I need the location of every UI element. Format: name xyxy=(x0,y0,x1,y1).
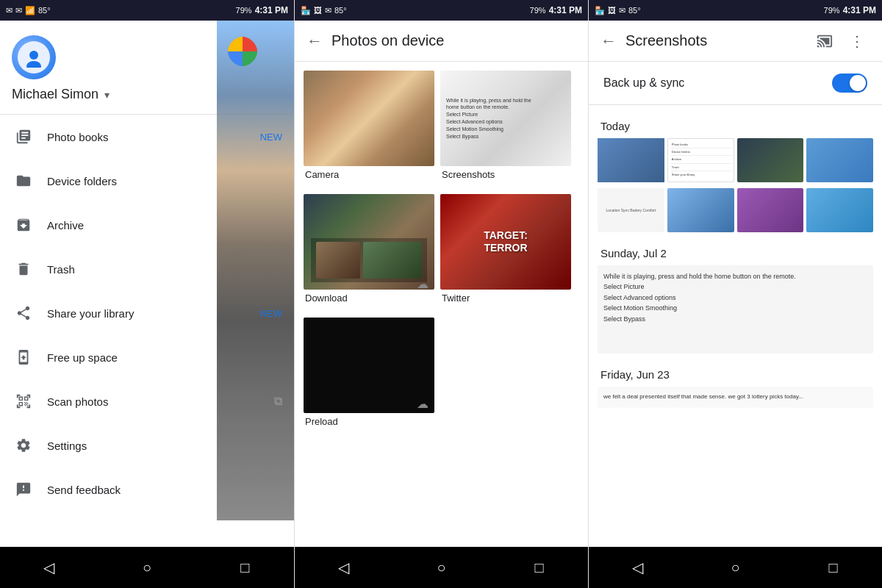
settings-label: Settings xyxy=(47,440,282,452)
today-thumb-1[interactable] xyxy=(598,138,664,182)
folder-screenshots[interactable]: While it is playing, press and hold theh… xyxy=(440,71,571,188)
sync-label: Back up & sync xyxy=(603,76,832,90)
avatar xyxy=(12,35,56,79)
home-nav-2[interactable]: ○ xyxy=(420,551,464,584)
download-label: Download xyxy=(304,290,434,306)
sidebar-item-share-library[interactable]: Share your library NEW xyxy=(0,291,294,335)
status-bar-2: 🏪 🖼 ✉ 85° 79% 4:31 PM xyxy=(295,0,588,21)
feedback-icon xyxy=(12,478,35,501)
sunday-thumb-text: While it is playing, press and hold the … xyxy=(598,265,873,354)
nav-bar: ◁ ○ □ xyxy=(0,547,294,588)
temp-icon: 85° xyxy=(38,6,51,15)
cloud-off-icon: ☁ xyxy=(417,277,429,291)
time-text: 4:31 PM xyxy=(255,5,288,15)
screenshots-scroll[interactable]: Today Photo books Device folders Archive… xyxy=(589,105,882,547)
archive-icon xyxy=(12,213,35,237)
back-button[interactable]: ◁ xyxy=(27,551,71,584)
twitter-headline: TARGET:TERROR xyxy=(484,229,528,254)
photos-grid: Camera While it is playing, press and ho… xyxy=(295,62,588,547)
folder-download[interactable]: ☁ Download xyxy=(304,194,434,312)
toggle-knob xyxy=(850,75,866,91)
sidebar-panel: ✉ ✉ 📶 85° 79% 4:31 PM xyxy=(0,0,294,588)
backup-sync-toggle[interactable] xyxy=(832,74,867,93)
recent-nav-3[interactable]: □ xyxy=(811,551,856,584)
today-thumb-3[interactable] xyxy=(737,138,804,182)
friday-screenshot[interactable]: we felt a deal presented itself that mad… xyxy=(598,387,873,408)
today-thumb-6[interactable] xyxy=(667,188,734,232)
sunday-screenshot[interactable]: While it is playing, press and hold the … xyxy=(598,265,873,354)
folder-camera[interactable]: Camera xyxy=(304,71,434,188)
sidebar-item-archive[interactable]: Archive xyxy=(0,203,294,247)
sidebar-item-send-feedback[interactable]: Send feedback xyxy=(0,467,294,512)
free-up-space-label: Free up space xyxy=(47,351,282,364)
wifi-icon: 📶 xyxy=(25,6,35,15)
status-bar-left: ✉ ✉ 📶 85° xyxy=(6,6,51,15)
back-nav-2[interactable]: ◁ xyxy=(322,551,366,584)
twitter-thumbnail: TARGET:TERROR xyxy=(440,194,571,290)
time-3: 4:31 PM xyxy=(843,5,876,15)
preload-label: Preload xyxy=(304,413,434,430)
share-library-badge: NEW xyxy=(260,308,282,319)
svg-point-0 xyxy=(29,51,38,60)
panel2-title: Photos on device xyxy=(331,32,576,49)
mail2-icon: ✉ xyxy=(15,6,22,15)
time-2: 4:31 PM xyxy=(549,5,582,15)
folder-twitter[interactable]: TARGET:TERROR Twitter xyxy=(440,194,571,312)
home-button[interactable]: ○ xyxy=(125,551,169,584)
dropdown-arrow-icon[interactable]: ▾ xyxy=(104,89,110,101)
mail-icon-3: ✉ xyxy=(619,6,625,15)
friday-thumb-text: we felt a deal presented itself that mad… xyxy=(598,387,873,408)
photo-books-label: Photo books xyxy=(47,131,260,143)
svg-point-1 xyxy=(26,61,41,68)
free-space-icon xyxy=(12,345,35,369)
today-thumb-7[interactable] xyxy=(737,188,804,232)
back-button-3[interactable]: ← xyxy=(600,32,617,51)
camera-thumbnail xyxy=(304,71,434,166)
temp-s2: 85° xyxy=(334,6,347,15)
sidebar-item-device-folders[interactable]: Device folders xyxy=(0,159,294,203)
recent-button[interactable]: □ xyxy=(223,551,267,584)
photos-on-device-panel: 🏪 🖼 ✉ 85° 79% 4:31 PM ← Photos on device… xyxy=(294,0,588,588)
panel3-header: ← Screenshots ⋮ xyxy=(589,21,882,62)
today-thumb-8[interactable] xyxy=(806,188,873,232)
folder-preload[interactable]: ☁ Preload xyxy=(304,318,434,430)
sync-bar: Back up & sync xyxy=(589,62,882,105)
share-icon xyxy=(12,301,35,325)
battery-3: 79% xyxy=(824,6,840,15)
sidebar-item-scan-photos[interactable]: Scan photos ⧉ xyxy=(0,379,294,423)
temp-3: 85° xyxy=(628,6,641,15)
folder-icon xyxy=(12,169,35,193)
back-nav-3[interactable]: ◁ xyxy=(616,551,660,584)
back-button-2[interactable]: ← xyxy=(306,32,323,51)
sunday-date-label: Sunday, Jul 2 xyxy=(598,241,873,265)
screenshots-title: Screenshots xyxy=(625,32,803,49)
status-bar-3: 🏪 🖼 ✉ 85° 79% 4:31 PM xyxy=(589,0,882,21)
today-thumb-5[interactable]: Location Sync Battery Comfort xyxy=(598,188,664,232)
today-thumb-2[interactable]: Photo books Device folders Archive Trash… xyxy=(667,138,734,182)
scan-photos-label: Scan photos xyxy=(47,395,274,408)
more-options-icon[interactable]: ⋮ xyxy=(844,28,870,54)
nav-bar-2: ◁ ○ □ xyxy=(295,547,588,588)
mail-icon-s2: ✉ xyxy=(325,6,331,15)
twitter-label: Twitter xyxy=(440,290,571,306)
photo-icon-3: 🖼 xyxy=(608,6,616,15)
status-bar-left-2: 🏪 🖼 ✉ 85° xyxy=(301,6,347,15)
google-photos-logo xyxy=(228,37,257,69)
cast-icon[interactable] xyxy=(811,28,838,54)
screenshots-panel: 🏪 🖼 ✉ 85° 79% 4:31 PM ← Screenshots ⋮ Ba… xyxy=(588,0,882,588)
sidebar-item-settings[interactable]: Settings xyxy=(0,423,294,467)
today-thumb-4[interactable] xyxy=(806,138,873,182)
friday-date-label: Friday, Jun 23 xyxy=(598,362,873,387)
home-nav-3[interactable]: ○ xyxy=(714,551,758,584)
settings-icon xyxy=(12,434,35,457)
sidebar-item-trash[interactable]: Trash xyxy=(0,247,294,291)
today-date-label: Today xyxy=(598,114,873,138)
sidebar-item-photo-books[interactable]: Photo books NEW xyxy=(0,115,294,159)
sidebar-item-free-up-space[interactable]: Free up space xyxy=(0,335,294,379)
today-grid: Photo books Device folders Archive Trash… xyxy=(598,138,873,182)
recent-nav-2[interactable]: □ xyxy=(517,551,562,584)
download-thumbnail xyxy=(304,194,434,290)
share-library-label: Share your library xyxy=(47,307,260,320)
battery-text: 79% xyxy=(236,6,252,15)
menu-list: Photo books NEW Device folders Archive xyxy=(0,115,294,547)
